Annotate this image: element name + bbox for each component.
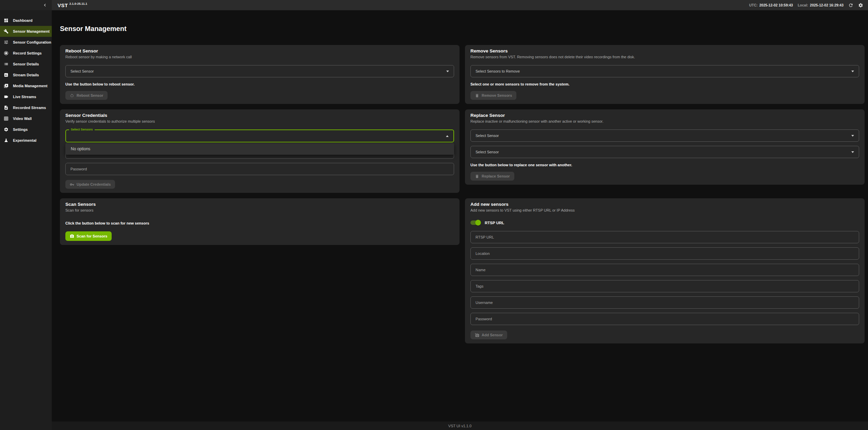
sidebar-item-dashboard[interactable]: Dashboard xyxy=(0,15,52,26)
replace-source-sensor-select[interactable]: Select Sensor xyxy=(470,129,859,142)
sidebar-item-label: Media Management xyxy=(13,84,47,88)
dashboard-icon xyxy=(4,18,9,23)
chevron-left-icon xyxy=(42,2,48,8)
sidebar-item-live-streams[interactable]: Live Streams xyxy=(0,91,52,102)
key-icon xyxy=(70,182,74,187)
grid-icon xyxy=(4,116,9,121)
add-new-sensors-card: Add new sensors Add new sensors to VST u… xyxy=(465,198,865,343)
rtsp-url-toggle[interactable] xyxy=(470,220,481,225)
select-placeholder: Select Sensors to Remove xyxy=(476,69,520,73)
gear-icon xyxy=(858,3,863,8)
replace-target-sensor-select[interactable]: Select Sensor xyxy=(470,146,859,158)
sidebar-collapse-button[interactable] xyxy=(42,2,48,8)
sidebar-item-label: Sensor Management xyxy=(13,29,50,33)
video-library-icon xyxy=(4,83,9,88)
sidebar-item-label: Sensor Configuration xyxy=(13,40,51,44)
settings-button[interactable] xyxy=(858,3,863,8)
reboot-sensor-button[interactable]: Reboot Sensor xyxy=(65,91,108,100)
sidebar-item-settings[interactable]: Settings xyxy=(0,124,52,135)
sidebar-header xyxy=(0,0,52,10)
toggle-label: RTSP URL xyxy=(485,221,504,225)
select-placeholder: Select Sensor xyxy=(476,150,499,154)
sidebar-item-stream-details[interactable]: Stream Details xyxy=(0,70,52,80)
helper-text: Use the button below to replace one sens… xyxy=(470,163,859,167)
no-options-message: No options xyxy=(71,147,90,151)
card-title: Replace Sensor xyxy=(470,113,859,118)
credentials-password-input[interactable] xyxy=(65,163,454,175)
credentials-select-wrap: Select Sensors No options xyxy=(65,129,454,159)
sidebar-item-label: Stream Details xyxy=(13,73,39,77)
password-input[interactable] xyxy=(470,313,859,325)
sidebar-item-label: Live Streams xyxy=(13,95,36,99)
sidebar-item-label: Sensor Details xyxy=(13,62,39,66)
select-placeholder: Select Sensor xyxy=(70,69,94,73)
button-label: Replace Sensor xyxy=(482,174,510,178)
sidebar-item-label: Video Wall xyxy=(13,117,32,121)
button-label: Add Sensor xyxy=(482,333,503,337)
refresh-button[interactable] xyxy=(848,3,853,8)
rtsp-toggle-row: RTSP URL xyxy=(470,220,859,226)
sidebar-item-sensor-details[interactable]: Sensor Details xyxy=(0,59,52,70)
sidebar-item-label: Record Settings xyxy=(13,51,42,55)
sidebar-item-label: Recorded Streams xyxy=(13,106,46,110)
sidebar: Dashboard Sensor Management Sensor Confi… xyxy=(0,10,52,430)
logo-text: VST xyxy=(58,2,68,8)
reboot-sensor-select[interactable]: Select Sensor xyxy=(65,65,454,77)
sidebar-item-sensor-management[interactable]: Sensor Management xyxy=(0,26,52,37)
trash-icon xyxy=(475,174,479,179)
select-placeholder: Select Sensor xyxy=(476,134,499,138)
sidebar-item-media-management[interactable]: Media Management xyxy=(0,80,52,91)
sidebar-item-recorded-streams[interactable]: Recorded Streams xyxy=(0,102,52,113)
sidebar-item-experimental[interactable]: Experimental xyxy=(0,135,52,146)
credentials-sensors-select[interactable]: Select Sensors xyxy=(65,129,454,142)
sidebar-item-record-settings[interactable]: Record Settings xyxy=(0,48,52,59)
add-sensor-button[interactable]: Add Sensor xyxy=(470,331,507,339)
sidebar-item-label: Experimental xyxy=(13,138,36,142)
sidebar-item-label: Dashboard xyxy=(13,18,32,22)
username-input[interactable] xyxy=(470,296,859,309)
flask-icon xyxy=(4,138,9,143)
replace-sensor-button[interactable]: Replace Sensor xyxy=(470,172,514,181)
sidebar-item-video-wall[interactable]: Video Wall xyxy=(0,113,52,124)
card-subtitle: Reboot sensor by making a network call xyxy=(65,55,454,59)
tags-input[interactable] xyxy=(470,280,859,292)
list-icon xyxy=(4,62,9,66)
sidebar-item-sensor-configuration[interactable]: Sensor Configuration xyxy=(0,37,52,48)
local-label: Local: xyxy=(798,3,808,7)
scan-sensors-card: Scan Sensors Scan for sensors Click the … xyxy=(60,198,460,245)
chevron-down-icon xyxy=(446,71,449,72)
local-value: 2025-12-02 16:29:43 xyxy=(810,3,843,7)
restart-icon xyxy=(70,93,74,98)
scan-for-sensors-button[interactable]: Scan for Sensors xyxy=(65,231,112,241)
name-input[interactable] xyxy=(470,264,859,276)
utc-label: UTC: xyxy=(749,3,758,7)
add-a-photo-icon xyxy=(475,333,479,337)
chevron-down-icon xyxy=(851,71,854,72)
helper-text: Use the button below to reboot sensor. xyxy=(65,82,454,86)
card-title: Remove Sensors xyxy=(470,48,859,53)
reboot-sensor-card: Reboot Sensor Reboot sensor by making a … xyxy=(60,45,460,104)
refresh-icon xyxy=(848,3,853,8)
rtsp-url-input[interactable] xyxy=(470,231,859,243)
app-logo: VST 2.1.0-25.11.1 xyxy=(58,2,87,8)
chevron-up-icon xyxy=(446,135,449,137)
replace-sensor-card: Replace Sensor Replace inactive or malfu… xyxy=(465,109,865,185)
location-input[interactable] xyxy=(470,247,859,260)
remove-sensors-button[interactable]: Remove Sensors xyxy=(470,91,516,100)
button-label: Scan for Sensors xyxy=(77,234,107,238)
chevron-down-icon xyxy=(851,151,854,153)
remove-sensors-card: Remove Sensors Remove sensors from VST. … xyxy=(465,45,865,104)
gear-icon xyxy=(4,127,9,132)
wrench-icon xyxy=(4,29,9,34)
utc-value: 2025-12-02 10:59:43 xyxy=(759,3,793,7)
header-status-area: UTC: 2025-12-02 10:59:43 Local: 2025-12-… xyxy=(744,3,868,8)
button-label: Reboot Sensor xyxy=(77,93,103,97)
helper-text: Click the button below to scan for new s… xyxy=(65,221,454,225)
trash-icon xyxy=(475,93,479,98)
tune-icon xyxy=(4,40,9,45)
sensor-credentials-card: Sensor Credentials Verify sensor credent… xyxy=(60,109,460,193)
remove-sensors-select[interactable]: Select Sensors to Remove xyxy=(470,65,859,77)
page-footer: VST UI v1.1.0 xyxy=(52,421,868,430)
card-subtitle: Remove sensors from VST. Removing sensor… xyxy=(470,55,859,59)
update-credentials-button[interactable]: Update Credentials xyxy=(65,180,115,189)
